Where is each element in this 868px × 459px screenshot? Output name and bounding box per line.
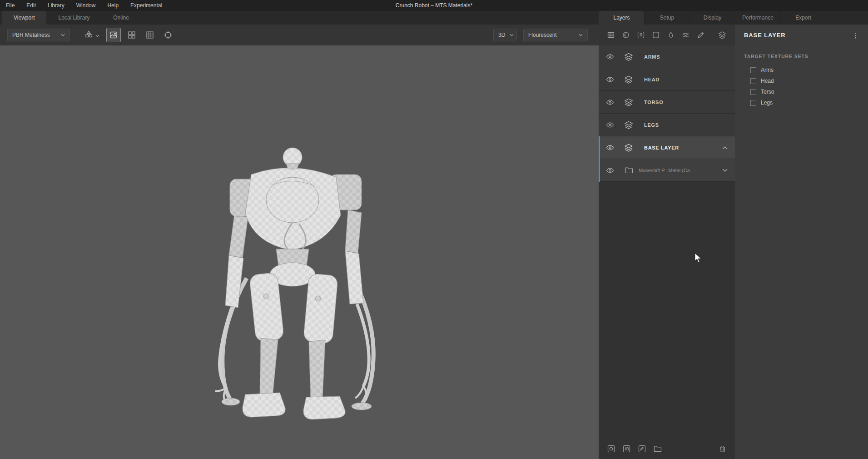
visibility-eye-icon[interactable] <box>606 54 614 60</box>
folder-icon <box>625 167 633 174</box>
primitives-dropdown[interactable] <box>82 28 102 42</box>
checkbox-label: Head <box>761 78 774 84</box>
layers-stack-icon[interactable] <box>718 31 726 39</box>
add-paint-layer-icon[interactable] <box>638 445 646 453</box>
menu-edit[interactable]: Edit <box>20 0 42 11</box>
four-squares-icon <box>128 31 136 39</box>
image-icon <box>109 31 118 39</box>
layer-row-legs[interactable]: LEGS <box>599 114 735 136</box>
grid-toggle-button[interactable] <box>143 28 157 42</box>
tab-bar: Viewport Local Library Online Layers Set… <box>0 11 868 25</box>
environment-value: Flourescent <box>528 32 557 38</box>
layer-name: ARMS <box>644 54 660 60</box>
tab-performance[interactable]: Performance <box>735 11 780 25</box>
add-id-layer-icon[interactable] <box>623 445 630 453</box>
tab-online[interactable]: Online <box>101 11 141 25</box>
checkbox-label: Torso <box>761 89 774 95</box>
add-group-icon[interactable] <box>654 445 662 452</box>
right-tab-group: Layers Setup Display Performance Export <box>599 11 826 25</box>
visibility-eye-icon[interactable] <box>606 167 614 174</box>
tab-display[interactable]: Display <box>689 11 735 25</box>
properties-panel: BASE LAYER ⋮ TARGET TEXTURE SETS Arms He… <box>735 25 868 459</box>
texture-set-torso[interactable]: Torso <box>735 86 868 97</box>
texture-set-arms[interactable]: Arms <box>735 65 868 75</box>
target-texture-sets-title: TARGET TEXTURE SETS <box>735 45 868 65</box>
texture-set-head[interactable]: Head <box>735 75 868 86</box>
waves-icon[interactable] <box>682 31 689 39</box>
view-mode-dropdown[interactable]: 3D <box>493 29 517 41</box>
add-surface-layer-icon[interactable] <box>607 445 615 453</box>
chevron-down-icon <box>574 34 583 36</box>
delete-layer-icon[interactable] <box>719 445 726 453</box>
layer-stack-icon <box>624 144 633 152</box>
menu-window[interactable]: Window <box>70 0 102 11</box>
frame-icon[interactable] <box>652 31 660 39</box>
menu-bar: File Edit Library Window Help Experiment… <box>0 0 868 11</box>
crosshair-icon <box>164 30 173 40</box>
layer-row-base-layer[interactable]: BASE LAYER <box>599 136 735 159</box>
viewport-3d[interactable] <box>0 45 599 459</box>
tab-local-library[interactable]: Local Library <box>46 11 101 25</box>
smart-material-icon[interactable] <box>637 31 645 39</box>
layer-name: HEAD <box>644 77 660 82</box>
tab-layers[interactable]: Layers <box>599 11 644 25</box>
layers-footer-bar <box>599 438 735 459</box>
layer-name: TORSO <box>644 100 663 105</box>
sublayer-name: Makeshift P...Metal (Ca <box>639 168 690 173</box>
properties-header: BASE LAYER ⋮ <box>735 25 868 45</box>
layer-row-head[interactable]: HEAD <box>599 68 735 91</box>
split-view-button[interactable] <box>125 28 139 42</box>
chevron-down-icon <box>95 31 99 39</box>
view-mode-value: 3D <box>498 32 505 38</box>
visibility-eye-icon[interactable] <box>606 122 614 128</box>
texture-set-legs[interactable]: Legs <box>735 97 868 108</box>
checkbox-torso[interactable] <box>750 89 756 95</box>
visibility-eye-icon[interactable] <box>606 145 614 151</box>
droplet-icon[interactable] <box>667 31 675 39</box>
shading-mode-value: PBR Metalness <box>12 32 50 38</box>
kebab-menu-icon[interactable]: ⋮ <box>852 32 859 39</box>
displacement-icon[interactable] <box>622 31 630 39</box>
selection-stripe <box>599 136 600 159</box>
material-preview-button[interactable] <box>107 28 120 42</box>
tab-viewport[interactable]: Viewport <box>2 11 46 25</box>
menu-experimental[interactable]: Experimental <box>124 0 168 11</box>
menu-file[interactable]: File <box>0 0 20 11</box>
layer-row-arms[interactable]: ARMS <box>599 45 735 68</box>
selection-stripe <box>599 159 600 182</box>
viewport-toolbar: PBR Metalness <box>0 25 599 45</box>
environment-dropdown[interactable]: Flourescent <box>523 29 588 41</box>
paintbrush-icon[interactable] <box>697 31 704 39</box>
channel-toggle-bar <box>599 25 735 45</box>
layer-stack-icon <box>624 75 633 84</box>
texture-table-icon[interactable] <box>607 31 615 39</box>
properties-body: TARGET TEXTURE SETS Arms Head Torso Legs <box>735 45 868 108</box>
properties-title: BASE LAYER <box>744 32 786 39</box>
grid-icon <box>146 31 154 39</box>
menu-library[interactable]: Library <box>42 0 70 11</box>
primitive-shapes-icon <box>84 30 93 40</box>
layer-stack-icon <box>624 121 633 129</box>
tab-setup[interactable]: Setup <box>644 11 689 25</box>
checkbox-head[interactable] <box>750 78 756 84</box>
layer-row-torso[interactable]: TORSO <box>599 91 735 114</box>
layer-name: LEGS <box>644 122 659 128</box>
layer-name: BASE LAYER <box>644 145 679 150</box>
focus-target-button[interactable] <box>161 28 175 42</box>
app-window: File Edit Library Window Help Experiment… <box>0 0 868 459</box>
tab-export[interactable]: Export <box>780 11 826 25</box>
visibility-eye-icon[interactable] <box>606 99 614 105</box>
left-tab-group: Viewport Local Library Online <box>0 11 141 25</box>
menu-help[interactable]: Help <box>101 0 124 11</box>
chevron-up-icon[interactable] <box>722 146 728 150</box>
layer-stack-icon <box>624 53 633 61</box>
checkbox-legs[interactable] <box>750 100 756 106</box>
chevron-down-icon[interactable] <box>722 169 728 172</box>
shading-mode-dropdown[interactable]: PBR Metalness <box>7 29 70 41</box>
layers-panel: ARMS HEAD TORSO <box>599 25 735 459</box>
sublayer-row-makeshift-metal[interactable]: Makeshift P...Metal (Ca <box>599 159 735 182</box>
chevron-down-icon <box>505 34 514 36</box>
visibility-eye-icon[interactable] <box>606 76 614 83</box>
chevron-down-icon <box>56 34 65 36</box>
checkbox-arms[interactable] <box>750 67 756 73</box>
